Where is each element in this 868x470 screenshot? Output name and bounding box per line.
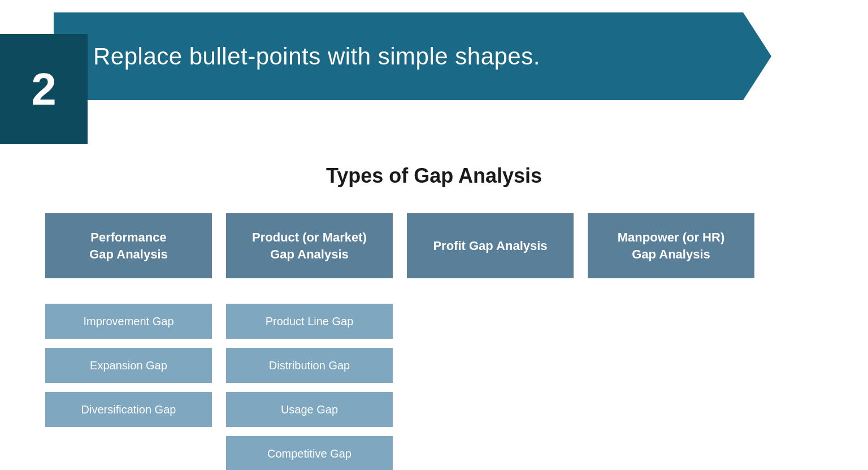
slide-number: 2 — [31, 63, 57, 115]
category-profit: Profit Gap Analysis — [407, 213, 574, 278]
categories-row: PerformanceGap Analysis Product (or Mark… — [45, 213, 823, 278]
performance-sub-column: Improvement Gap Expansion Gap Diversific… — [45, 304, 212, 470]
improvement-gap-item: Improvement Gap — [45, 304, 212, 339]
banner-text: Replace bullet-points with simple shapes… — [93, 43, 540, 70]
category-performance: PerformanceGap Analysis — [45, 213, 212, 278]
section-title: Types of Gap Analysis — [45, 164, 823, 188]
usage-gap-item: Usage Gap — [226, 392, 393, 427]
category-manpower: Manpower (or HR)Gap Analysis — [588, 213, 754, 278]
product-line-gap-item: Product Line Gap — [226, 304, 393, 339]
profit-sub-column — [407, 304, 574, 470]
number-badge: 2 — [0, 34, 88, 144]
category-product: Product (or Market)Gap Analysis — [226, 213, 393, 278]
distribution-gap-item: Distribution Gap — [226, 348, 393, 383]
manpower-sub-column — [588, 304, 754, 470]
main-content: Types of Gap Analysis PerformanceGap Ana… — [0, 164, 868, 470]
diversification-gap-item: Diversification Gap — [45, 392, 212, 427]
competitive-gap-item: Competitive Gap — [226, 436, 393, 470]
header-area: 2 Replace bullet-points with simple shap… — [0, 0, 868, 147]
banner-ribbon: Replace bullet-points with simple shapes… — [54, 12, 771, 100]
product-sub-column: Product Line Gap Distribution Gap Usage … — [226, 304, 393, 470]
expansion-gap-item: Expansion Gap — [45, 348, 212, 383]
sub-items-row: Improvement Gap Expansion Gap Diversific… — [45, 304, 823, 470]
